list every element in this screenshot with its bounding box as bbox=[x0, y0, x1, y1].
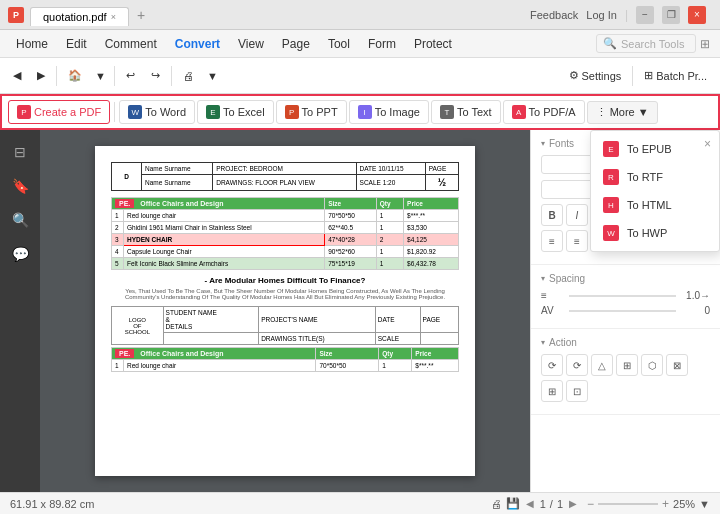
to-hwp-item[interactable]: W To HWP bbox=[591, 219, 719, 247]
zoom-in-button[interactable]: + bbox=[662, 497, 669, 511]
create-pdf-icon: P bbox=[17, 105, 31, 119]
prev-page-button[interactable]: ◀ bbox=[524, 498, 536, 509]
back-button[interactable]: ◀ bbox=[6, 66, 28, 85]
to-html-item[interactable]: H To HTML bbox=[591, 191, 719, 219]
convert-toolbar-container: P Create a PDF W To Word E To Excel P To… bbox=[0, 94, 720, 130]
menu-convert[interactable]: Convert bbox=[167, 34, 228, 54]
line-spacing-slider[interactable] bbox=[569, 295, 676, 297]
forward-button[interactable]: ▶ bbox=[30, 66, 52, 85]
home-button[interactable]: 🏠 bbox=[61, 66, 89, 85]
to-pdfa-button[interactable]: A To PDF/A bbox=[503, 100, 585, 124]
bold-btn[interactable]: B bbox=[541, 204, 563, 226]
more-arrow-icon: ▼ bbox=[638, 106, 649, 118]
more-icon: ⋮ bbox=[596, 106, 607, 119]
feedback-link[interactable]: Feedback bbox=[530, 9, 578, 21]
action-btn6[interactable]: ⊠ bbox=[666, 354, 688, 376]
table-row: 5 Felt Iconic Black Slimine Armchairs 75… bbox=[112, 258, 459, 270]
menu-comment[interactable]: Comment bbox=[97, 34, 165, 54]
action-btn7[interactable]: ⊞ bbox=[541, 380, 563, 402]
toolbar-icon1[interactable]: ⊞ bbox=[698, 35, 712, 53]
minimize-button[interactable]: − bbox=[636, 6, 654, 24]
new-tab-button[interactable]: + bbox=[129, 4, 153, 26]
more-button[interactable]: ⋮ More ▼ bbox=[587, 101, 658, 124]
ppt-icon: P bbox=[285, 105, 299, 119]
more-dropdown: × E To EPUB R To RTF H To HTML W To HWP bbox=[590, 130, 720, 252]
zoom-dropdown-btn[interactable]: ▼ bbox=[699, 498, 710, 510]
date-cell: DATE 10/11/15 bbox=[356, 163, 425, 175]
action-btn5[interactable]: ⬡ bbox=[641, 354, 663, 376]
tab-close-icon[interactable]: × bbox=[111, 12, 116, 22]
page-total: 1 bbox=[557, 498, 563, 510]
content-header-row: PE. Office Chairs and Design Size Qty Pr… bbox=[112, 198, 459, 210]
to-word-button[interactable]: W To Word bbox=[119, 100, 195, 124]
table-row: 2 Ghidini 1961 Miami Chair in Stainless … bbox=[112, 222, 459, 234]
action-btn1[interactable]: ⟳ bbox=[541, 354, 563, 376]
hwp-icon: W bbox=[603, 225, 619, 241]
italic-btn[interactable]: I bbox=[566, 204, 588, 226]
zoom-controls: − + 25% ▼ bbox=[587, 497, 710, 511]
action-btn2[interactable]: ⟳ bbox=[566, 354, 588, 376]
search-tools-box[interactable]: 🔍 Search Tools bbox=[596, 34, 696, 53]
next-page-button[interactable]: ▶ bbox=[567, 498, 579, 509]
char-spacing-value: 0 bbox=[680, 305, 710, 316]
html-icon: H bbox=[603, 197, 619, 213]
spacing-icon: ≡ bbox=[541, 290, 565, 301]
left-panel: ⊟ 🔖 🔍 💬 bbox=[0, 130, 40, 492]
bookmark-icon[interactable]: 🔖 bbox=[6, 172, 34, 200]
search-panel-icon[interactable]: 🔍 bbox=[6, 206, 34, 234]
print-status-icon[interactable]: 🖨 bbox=[491, 498, 502, 510]
save-status-icon[interactable]: 💾 bbox=[506, 497, 520, 510]
to-excel-button[interactable]: E To Excel bbox=[197, 100, 274, 124]
char-spacing-slider[interactable] bbox=[569, 310, 676, 312]
dropdown-close-button[interactable]: × bbox=[700, 135, 715, 153]
batch-button[interactable]: ⊞ Batch Pr... bbox=[637, 66, 714, 85]
big-letter-cell: D bbox=[112, 163, 142, 191]
line-spacing-row: ≡ 1.0→ bbox=[541, 290, 710, 301]
page-separator: / bbox=[550, 498, 553, 510]
to-rtf-item[interactable]: R To RTF bbox=[591, 163, 719, 191]
drawings-title-cell: DRAWINGS TITLE(S) bbox=[259, 333, 376, 345]
document-area[interactable]: D Name Surname PROJECT: BEDROOM DATE 10/… bbox=[40, 130, 530, 492]
menu-form[interactable]: Form bbox=[360, 34, 404, 54]
zoom-level-display: 25% bbox=[673, 498, 695, 510]
to-text-button[interactable]: T To Text bbox=[431, 100, 501, 124]
align-center-btn[interactable]: ≡ bbox=[566, 230, 588, 252]
close-button[interactable]: × bbox=[688, 6, 706, 24]
thumbnail-icon[interactable]: ⊟ bbox=[6, 138, 34, 166]
login-link[interactable]: Log In bbox=[586, 9, 617, 21]
menu-protect[interactable]: Protect bbox=[406, 34, 460, 54]
dropdown-arrow[interactable]: ▼ bbox=[91, 68, 110, 84]
zoom-slider[interactable] bbox=[598, 503, 658, 505]
to-ppt-button[interactable]: P To PPT bbox=[276, 100, 347, 124]
print-button[interactable]: 🖨 bbox=[176, 67, 201, 85]
page-header-cell: PAGE bbox=[420, 307, 458, 333]
comment-panel-icon[interactable]: 💬 bbox=[6, 240, 34, 268]
align-left-btn[interactable]: ≡ bbox=[541, 230, 563, 252]
create-pdf-button[interactable]: P Create a PDF bbox=[8, 100, 110, 124]
action-btn3[interactable]: △ bbox=[591, 354, 613, 376]
action-btn8[interactable]: ⊡ bbox=[566, 380, 588, 402]
undo-button[interactable]: ↩ bbox=[119, 66, 142, 85]
search-placeholder: Search Tools bbox=[621, 38, 684, 50]
main-toolbar: ◀ ▶ 🏠 ▼ ↩ ↪ 🖨 ▼ ⚙ Settings ⊞ Batch Pr... bbox=[0, 58, 720, 94]
date-header-cell: DATE bbox=[375, 307, 420, 333]
document-tab[interactable]: quotation.pdf × bbox=[30, 7, 129, 26]
to-image-button[interactable]: I To Image bbox=[349, 100, 429, 124]
pdfa-icon: A bbox=[512, 105, 526, 119]
restore-button[interactable]: ❐ bbox=[662, 6, 680, 24]
page-label-cell: PAGE bbox=[425, 163, 458, 175]
app-icon: P bbox=[8, 7, 24, 23]
print-dropdown[interactable]: ▼ bbox=[203, 68, 222, 84]
action-btn4[interactable]: ⊞ bbox=[616, 354, 638, 376]
menu-page[interactable]: Page bbox=[274, 34, 318, 54]
zoom-out-button[interactable]: − bbox=[587, 497, 594, 511]
section-text: Yes, That Used To Be The Case, But The S… bbox=[111, 288, 459, 300]
section-title-cell: PE. Office Chairs and Design bbox=[112, 198, 325, 210]
convert-toolbar: P Create a PDF W To Word E To Excel P To… bbox=[0, 94, 720, 130]
menu-tool[interactable]: Tool bbox=[320, 34, 358, 54]
menu-home[interactable]: Home bbox=[8, 34, 56, 54]
settings-button[interactable]: ⚙ Settings bbox=[562, 66, 629, 85]
menu-edit[interactable]: Edit bbox=[58, 34, 95, 54]
redo-button[interactable]: ↪ bbox=[144, 66, 167, 85]
menu-view[interactable]: View bbox=[230, 34, 272, 54]
